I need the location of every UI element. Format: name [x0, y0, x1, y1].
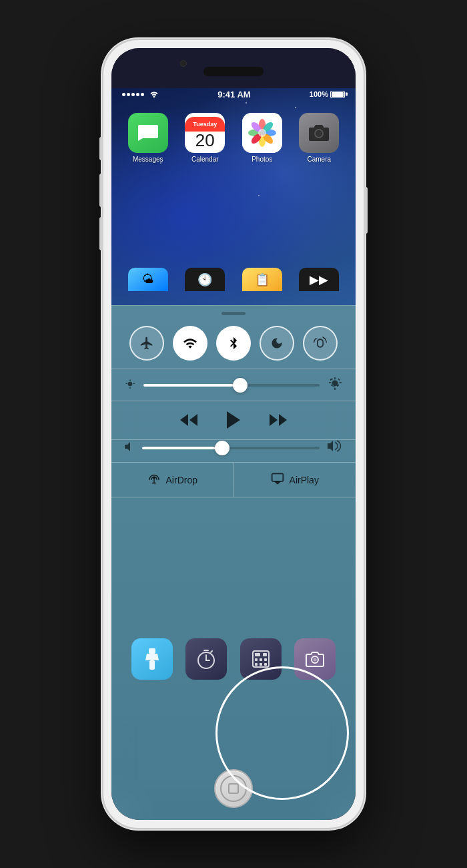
messages-label: Messages — [133, 156, 163, 163]
media-section — [111, 401, 356, 440]
camera-label: Camera — [307, 156, 331, 163]
svg-rect-36 — [260, 658, 262, 661]
photos-icon — [242, 113, 282, 153]
wifi-toggle[interactable] — [173, 326, 207, 361]
home-button-ring — [220, 775, 247, 802]
svg-marker-18 — [125, 442, 130, 451]
airdrop-label: AirDrop — [166, 475, 197, 485]
partial-app-row: 🌤 🕙 📋 ▶▶ — [111, 265, 356, 294]
fast-forward-button[interactable] — [268, 412, 288, 433]
signal-dot-4 — [136, 93, 139, 96]
signal-strength — [122, 93, 144, 96]
battery-icon — [330, 91, 345, 98]
svg-point-10 — [258, 129, 266, 137]
toggle-row — [111, 320, 356, 369]
svg-rect-23 — [272, 473, 283, 481]
drag-handle[interactable] — [111, 306, 356, 320]
rotation-lock-toggle[interactable] — [303, 326, 338, 361]
rewind-button[interactable] — [179, 412, 199, 433]
airplay-icon — [271, 472, 284, 487]
svg-line-32 — [211, 651, 212, 652]
front-camera — [180, 60, 187, 67]
camera-app-icon — [299, 113, 339, 153]
phone-screen: 9:41 AM 100% — [111, 48, 356, 820]
air-row: AirDrop AirPlay — [111, 463, 356, 497]
battery-fill — [332, 92, 344, 97]
mute-button[interactable] — [99, 137, 103, 160]
airplay-label: AirPlay — [290, 475, 319, 485]
svg-point-12 — [316, 131, 322, 136]
signal-dot-1 — [122, 93, 125, 96]
flashlight-button[interactable] — [131, 638, 173, 680]
volume-high-icon — [328, 440, 342, 455]
home-button-square — [228, 783, 239, 794]
app-grid: Messages Tuesday 20 Calendar — [111, 103, 356, 172]
svg-rect-39 — [260, 663, 262, 666]
calculator-button[interactable] — [240, 638, 282, 680]
messages-icon — [128, 113, 168, 153]
volume-up-button[interactable] — [99, 174, 103, 207]
home-button[interactable] — [214, 769, 253, 808]
status-bar: 9:41 AM 100% — [111, 85, 356, 103]
app-messages[interactable]: Messages — [119, 109, 177, 167]
svg-marker-13 — [180, 414, 188, 426]
timer-button[interactable] — [185, 638, 227, 680]
volume-down-button[interactable] — [99, 217, 103, 250]
svg-marker-19 — [328, 441, 333, 451]
svg-marker-24 — [274, 481, 281, 484]
clock: 9:41 AM — [217, 89, 250, 99]
brightness-high-icon — [328, 376, 342, 394]
app-calendar[interactable]: Tuesday 20 Calendar — [177, 109, 234, 167]
drag-pill — [221, 312, 246, 315]
play-button[interactable] — [225, 411, 242, 434]
airdrop-button[interactable]: AirDrop — [111, 463, 234, 497]
calendar-icon: Tuesday 20 — [185, 113, 225, 153]
airplane-mode-toggle[interactable] — [129, 326, 164, 361]
app-photos[interactable]: Photos — [234, 109, 291, 167]
calendar-date: 20 — [195, 132, 215, 149]
svg-rect-38 — [255, 663, 258, 666]
volume-slider[interactable] — [142, 447, 320, 449]
signal-area — [122, 90, 159, 99]
partial-videos[interactable]: ▶▶ — [291, 265, 348, 294]
svg-rect-27 — [149, 660, 155, 670]
control-center: AirDrop AirPlay — [111, 305, 356, 820]
svg-rect-25 — [149, 648, 155, 654]
svg-rect-34 — [255, 653, 260, 656]
phone-frame: 9:41 AM 100% — [103, 40, 364, 828]
brightness-slider[interactable] — [143, 384, 320, 387]
svg-marker-15 — [227, 411, 240, 429]
partial-notes[interactable]: 📋 — [234, 265, 291, 294]
svg-rect-41 — [263, 653, 267, 656]
svg-marker-16 — [270, 414, 278, 426]
battery-area: 100% — [310, 90, 345, 98]
svg-rect-37 — [264, 658, 267, 661]
airdrop-icon — [147, 471, 161, 488]
signal-dot-2 — [127, 93, 130, 96]
signal-dot-5 — [141, 93, 144, 96]
do-not-disturb-toggle[interactable] — [260, 326, 294, 361]
svg-marker-14 — [189, 414, 197, 426]
volume-row — [111, 440, 356, 463]
airplay-button[interactable]: AirPlay — [234, 463, 356, 497]
battery-percent: 100% — [310, 90, 328, 98]
bluetooth-toggle[interactable] — [216, 326, 251, 361]
top-notch — [111, 48, 356, 88]
svg-marker-17 — [279, 414, 287, 426]
photos-label: Photos — [252, 156, 272, 163]
volume-low-icon — [125, 441, 134, 454]
brightness-row — [111, 369, 356, 401]
calendar-label: Calendar — [191, 156, 219, 163]
svg-rect-35 — [255, 658, 258, 661]
partial-clock[interactable]: 🕙 — [177, 265, 234, 294]
power-button[interactable] — [364, 187, 368, 234]
brightness-low-icon — [125, 379, 135, 392]
signal-dot-3 — [131, 93, 135, 96]
svg-marker-26 — [145, 654, 159, 660]
partial-weather[interactable]: 🌤 — [119, 265, 177, 294]
app-camera[interactable]: Camera — [291, 109, 348, 167]
calendar-month: Tuesday — [185, 117, 225, 132]
earpiece — [203, 67, 264, 76]
quick-camera-button[interactable] — [294, 638, 336, 680]
svg-point-43 — [314, 658, 317, 661]
